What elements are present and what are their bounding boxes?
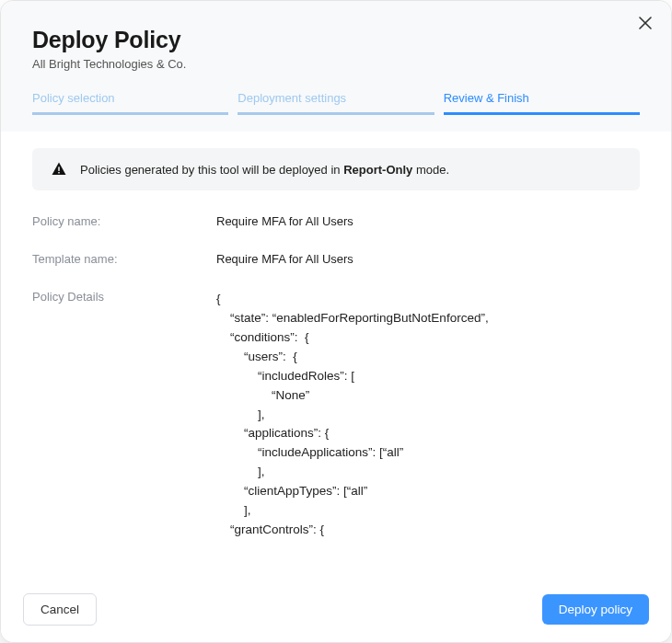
policy-details-json: { “state”: “enabledForReportingButNotEnf… <box>216 290 489 580</box>
svg-rect-3 <box>58 172 60 174</box>
tab-review-finish[interactable]: Review & Finish <box>444 91 640 115</box>
close-button[interactable] <box>636 14 655 32</box>
modal-body: Policies generated by this tool will be … <box>1 132 671 580</box>
tab-deployment-settings[interactable]: Deployment settings <box>238 91 434 115</box>
alert-bold: Report-Only <box>343 163 412 177</box>
policy-details-row: Policy Details { “state”: “enabledForRep… <box>32 290 640 580</box>
policy-name-label: Policy name: <box>32 214 216 228</box>
policy-name-row: Policy name: Require MFA for All Users <box>32 214 640 228</box>
template-name-row: Template name: Require MFA for All Users <box>32 252 640 266</box>
modal-title: Deploy Policy <box>32 27 640 53</box>
svg-rect-2 <box>58 166 60 171</box>
policy-details-label: Policy Details <box>32 290 216 580</box>
modal-footer: Cancel Deploy policy <box>1 580 671 642</box>
tab-policy-selection[interactable]: Policy selection <box>32 91 228 115</box>
deploy-policy-button[interactable]: Deploy policy <box>542 594 649 625</box>
report-only-alert: Policies generated by this tool will be … <box>32 148 640 190</box>
template-name-value: Require MFA for All Users <box>216 252 353 266</box>
warning-icon <box>51 161 67 178</box>
tabs: Policy selection Deployment settings Rev… <box>32 91 640 115</box>
alert-text: Policies generated by this tool will be … <box>80 163 449 177</box>
cancel-button[interactable]: Cancel <box>23 593 97 626</box>
alert-prefix: Policies generated by this tool will be … <box>80 163 343 177</box>
alert-suffix: mode. <box>412 163 449 177</box>
template-name-label: Template name: <box>32 252 216 266</box>
deploy-policy-modal: Deploy Policy All Bright Technologies & … <box>0 0 672 643</box>
policy-name-value: Require MFA for All Users <box>216 214 353 228</box>
modal-header: Deploy Policy All Bright Technologies & … <box>1 1 671 132</box>
modal-subtitle: All Bright Technologies & Co. <box>32 57 640 71</box>
close-icon <box>639 17 652 29</box>
